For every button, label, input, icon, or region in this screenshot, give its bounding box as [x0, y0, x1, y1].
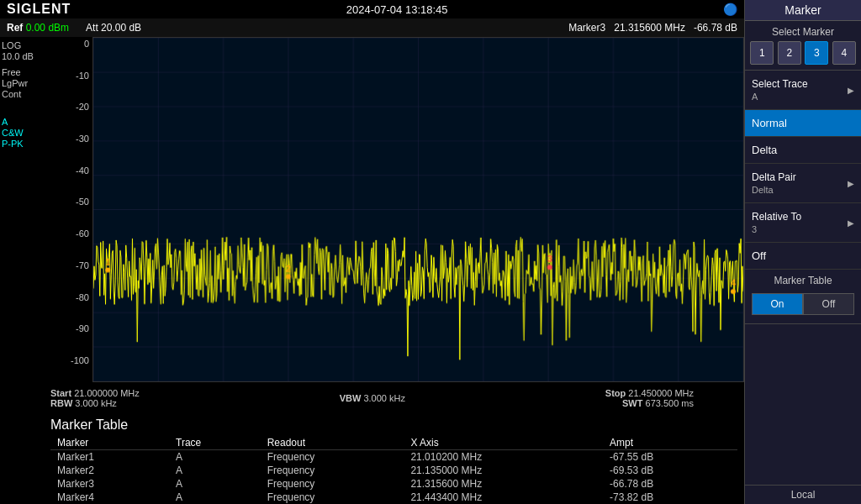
marker-btn-4[interactable]: 4: [832, 41, 856, 65]
pwr-label: LgPwr: [2, 78, 45, 88]
table-row: Marker1 A Frequency 21.010200 MHz -67.55…: [50, 450, 737, 465]
rp-title: Marker: [745, 0, 861, 21]
type-label: Free: [2, 67, 45, 77]
marker-table-section: Marker Table Marker Trace Readout X Axis…: [0, 414, 744, 504]
delta-pair-arrow: ▶: [848, 179, 854, 188]
marker-table: Marker Trace Readout X Axis Ampt Marker1…: [50, 436, 737, 504]
spectrum-chart: [92, 37, 744, 382]
att-label: Att 20.00 dB: [86, 22, 141, 34]
table-row: Marker4 A Frequency 21.443400 MHz -73.82…: [50, 491, 737, 504]
vbw-label: VBW 3.000 kHz: [340, 393, 405, 403]
swt-label: SWT 673.500 ms: [605, 398, 694, 408]
relative-to-item[interactable]: Relative To 3 ▶: [745, 203, 861, 243]
marker-btn-1[interactable]: 1: [750, 41, 774, 65]
marker-table-title: Marker Table: [50, 417, 737, 433]
marker-info: Marker3 21.315600 MHz -66.78 dB: [568, 22, 737, 34]
mode-label: LOG: [2, 40, 45, 50]
y-axis: 0 -10 -20 -30 -40 -50 -60 -70 -80 -90 -1…: [46, 37, 92, 382]
marker-table-on-btn[interactable]: On: [752, 293, 803, 315]
col-header-readout: Readout: [261, 436, 404, 450]
top-bar: SIGLENT 2024-07-04 13:18:45 🔵: [0, 0, 744, 18]
off-label: Off: [752, 249, 766, 262]
ref-bar: Ref 0.00 dBm Att 20.00 dB Marker3 21.315…: [0, 18, 744, 37]
delta-pair-label: Delta Pair Delta: [752, 171, 796, 196]
usb-icon: 🔵: [723, 3, 737, 16]
select-marker-section: Select Marker 1 2 3 4: [745, 21, 861, 71]
cont-label: Cont: [2, 89, 45, 99]
select-trace-item[interactable]: Select Trace A ▶: [745, 71, 861, 110]
rbw-label: RBW 3.000 kHz: [50, 398, 140, 408]
right-panel: Marker Select Marker 1 2 3 4 Select Trac…: [744, 0, 861, 504]
select-marker-label: Select Marker: [748, 26, 858, 38]
off-item[interactable]: Off: [745, 243, 861, 270]
relative-to-arrow: ▶: [848, 218, 854, 228]
select-trace-arrow: ▶: [848, 86, 854, 95]
stop-label: Stop 21.450000 MHz: [605, 388, 694, 398]
col-header-trace: Trace: [169, 436, 261, 450]
trace-sub: P-PK: [2, 139, 45, 149]
start-label: Start 21.000000 MHz: [50, 388, 140, 398]
normal-label: Normal: [752, 117, 787, 129]
sidebar-labels: LOG 10.0 dB Free LgPwr Cont A C&W P-PK: [0, 37, 46, 382]
delta-label: Delta: [752, 144, 777, 156]
datetime: 2024-07-04 13:18:45: [346, 3, 448, 16]
select-trace-label: Select Trace A: [752, 77, 808, 102]
table-row: Marker2 A Frequency 21.135000 MHz -69.53…: [50, 464, 737, 477]
delta-pair-item[interactable]: Delta Pair Delta ▶: [745, 164, 861, 203]
marker-btn-2[interactable]: 2: [778, 41, 801, 65]
col-header-ampt: Ampt: [603, 436, 737, 450]
marker-table-toggle-row: On Off: [748, 290, 858, 318]
marker-table-off-btn[interactable]: Off: [803, 293, 854, 315]
col-header-xaxis: X Axis: [404, 436, 603, 450]
marker-btn-3[interactable]: 3: [805, 41, 828, 65]
trace-indicator: A: [2, 117, 45, 127]
marker-buttons-row: 1 2 3 4: [748, 41, 858, 65]
local-label: Local: [745, 485, 861, 504]
db-label: 10.0 dB: [2, 51, 45, 61]
trace-type: C&W: [2, 128, 45, 138]
bottom-freq-bar: Start 21.000000 MHz RBW 3.000 kHz VBW 3.…: [0, 382, 744, 414]
marker-table-toggle-label: Marker Table: [748, 275, 858, 286]
table-row: Marker3 A Frequency 21.315600 MHz -66.78…: [50, 477, 737, 491]
relative-to-label: Relative To 3: [752, 210, 801, 235]
ref-label: Ref 0.00 dBm: [7, 22, 69, 34]
marker-table-toggle-section: Marker Table On Off: [745, 270, 861, 324]
delta-item[interactable]: Delta: [745, 137, 861, 164]
normal-item[interactable]: Normal: [745, 110, 861, 137]
logo: SIGLENT: [7, 2, 71, 17]
col-header-marker: Marker: [50, 436, 169, 450]
